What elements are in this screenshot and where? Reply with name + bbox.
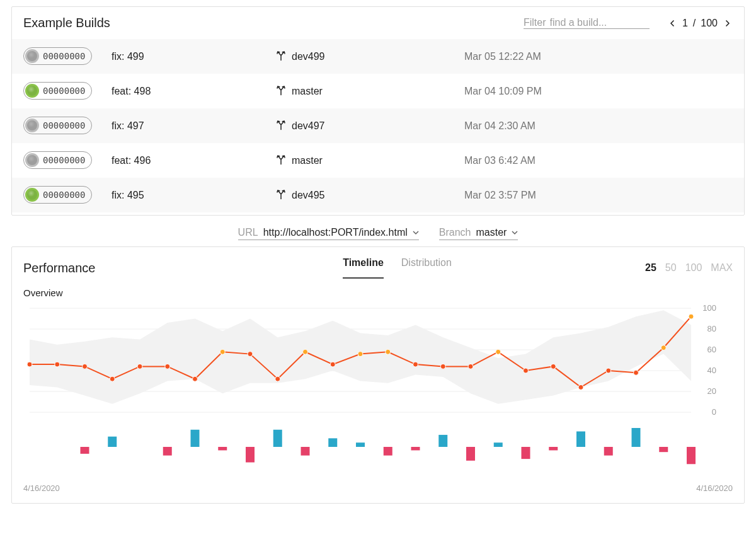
commit-chip[interactable]: 00000000 — [23, 186, 92, 204]
performance-title: Performance — [23, 261, 149, 275]
svg-rect-40 — [191, 430, 200, 447]
svg-text:40: 40 — [707, 366, 716, 375]
svg-text:80: 80 — [707, 324, 716, 333]
avatar-icon — [25, 188, 39, 202]
svg-rect-55 — [604, 447, 613, 456]
svg-point-18 — [193, 376, 198, 381]
svg-rect-41 — [218, 447, 227, 450]
builds-list: 00000000fix: 499dev499Mar 05 12:22 AM000… — [12, 39, 744, 215]
filter-field[interactable]: Filter — [524, 17, 650, 29]
filter-input[interactable] — [550, 17, 626, 28]
svg-point-20 — [248, 352, 253, 357]
branch-name: master — [292, 155, 323, 166]
builds-card: Example Builds Filter 1 / 100 00000000fi… — [11, 6, 745, 216]
svg-rect-37 — [81, 447, 89, 454]
svg-point-21 — [275, 376, 280, 381]
svg-rect-46 — [356, 442, 365, 447]
commit-chip[interactable]: 00000000 — [23, 151, 92, 169]
svg-point-35 — [661, 345, 666, 350]
svg-point-26 — [413, 362, 418, 367]
branch-icon — [275, 119, 287, 133]
chevron-right-icon[interactable] — [723, 18, 733, 28]
svg-point-33 — [606, 368, 611, 373]
build-time: Mar 02 3:57 PM — [464, 190, 536, 201]
avatar-icon — [25, 153, 39, 167]
svg-rect-42 — [246, 447, 255, 463]
svg-rect-51 — [494, 442, 503, 447]
svg-text:0: 0 — [712, 407, 716, 417]
range-50[interactable]: 50 — [665, 262, 677, 274]
svg-rect-58 — [687, 447, 696, 464]
svg-point-27 — [440, 364, 445, 369]
range-max[interactable]: MAX — [711, 262, 733, 274]
svg-point-34 — [634, 370, 639, 375]
svg-point-12 — [27, 362, 32, 367]
date-end: 4/16/2020 — [696, 483, 733, 493]
svg-point-13 — [55, 362, 60, 367]
commit-chip[interactable]: 00000000 — [23, 82, 92, 100]
range-100[interactable]: 100 — [685, 262, 702, 274]
pagination: 1 / 100 — [667, 18, 733, 29]
chevron-left-icon[interactable] — [667, 18, 677, 28]
svg-rect-48 — [411, 447, 420, 450]
branch-icon — [275, 84, 287, 98]
svg-point-14 — [83, 364, 88, 369]
build-row[interactable]: 00000000feat: 496masterMar 03 6:42 AM — [12, 143, 744, 178]
svg-point-16 — [137, 364, 142, 369]
svg-rect-53 — [549, 447, 558, 450]
performance-header: Performance Timeline Distribution 25 50 … — [12, 247, 744, 279]
commit-chip[interactable]: 00000000 — [23, 47, 92, 65]
svg-rect-39 — [163, 447, 172, 456]
avatar-icon — [25, 49, 39, 63]
build-time: Mar 03 6:42 AM — [464, 155, 536, 166]
commit-chip[interactable]: 00000000 — [23, 117, 92, 134]
svg-point-23 — [330, 362, 335, 367]
svg-point-29 — [496, 349, 501, 354]
caret-down-icon — [512, 227, 518, 233]
branch-selector[interactable]: Branch master — [439, 227, 518, 240]
url-value: http://localhost:PORT/index.html — [263, 227, 408, 238]
branch-value: master — [476, 227, 507, 238]
branch-icon — [275, 188, 287, 202]
svg-point-15 — [110, 376, 115, 381]
branch-name: dev499 — [292, 51, 325, 62]
performance-card: Performance Timeline Distribution 25 50 … — [11, 246, 745, 504]
overview-chart: 020406080100 — [12, 302, 744, 481]
avatar-icon — [25, 84, 39, 98]
svg-text:20: 20 — [707, 386, 716, 396]
build-time: Mar 04 10:09 PM — [464, 86, 542, 97]
svg-point-17 — [165, 364, 170, 369]
svg-rect-47 — [384, 447, 392, 456]
commit-hash: 00000000 — [43, 190, 85, 200]
svg-point-24 — [358, 352, 363, 357]
commit-message: feat: 498 — [112, 86, 275, 97]
branch-icon — [275, 154, 287, 168]
chart-x-dates: 4/16/2020 4/16/2020 — [12, 481, 744, 503]
tab-timeline[interactable]: Timeline — [343, 257, 384, 279]
svg-rect-57 — [659, 447, 668, 452]
filter-label: Filter — [524, 17, 546, 28]
svg-rect-54 — [576, 431, 585, 447]
svg-rect-44 — [301, 447, 310, 456]
commit-message: fix: 499 — [112, 51, 275, 62]
commit-message: fix: 497 — [112, 120, 275, 132]
overview-label: Overview — [12, 279, 744, 302]
build-row[interactable]: 00000000feat: 498masterMar 04 10:09 PM — [12, 74, 744, 108]
branch-name: dev495 — [292, 190, 325, 201]
build-row[interactable]: 00000000fix: 495dev495Mar 02 3:57 PM — [12, 178, 744, 212]
svg-rect-49 — [438, 435, 447, 447]
range-25[interactable]: 25 — [645, 262, 656, 274]
svg-rect-52 — [522, 447, 530, 459]
svg-point-31 — [551, 364, 556, 369]
svg-point-19 — [220, 349, 225, 354]
build-row[interactable]: 00000000fix: 497dev497Mar 04 2:30 AM — [12, 108, 744, 143]
caret-down-icon — [413, 227, 419, 233]
build-row[interactable]: 00000000fix: 499dev499Mar 05 12:22 AM — [12, 39, 744, 74]
url-selector[interactable]: URL http://localhost:PORT/index.html — [238, 227, 419, 240]
svg-rect-43 — [273, 430, 282, 447]
builds-title: Example Builds — [23, 16, 110, 30]
svg-rect-50 — [466, 447, 475, 461]
tab-distribution[interactable]: Distribution — [401, 257, 452, 279]
commit-message: fix: 495 — [112, 190, 275, 201]
svg-text:60: 60 — [707, 345, 716, 354]
